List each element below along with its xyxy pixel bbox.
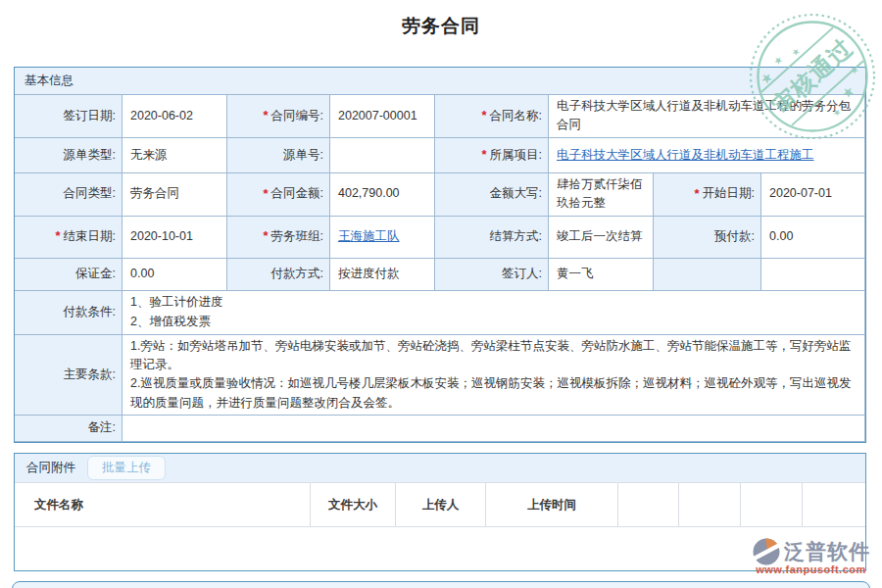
required-asterisk: * — [481, 145, 486, 165]
field-end-date-value: 2020-10-01 — [122, 217, 227, 259]
required-asterisk: * — [694, 184, 699, 204]
attachments-col-1: 文件大小 — [311, 483, 396, 526]
field-signer-value: 黄一飞 — [549, 259, 654, 291]
attachments-col-empty-6 — [741, 483, 803, 526]
field-remark-label: 备注: — [15, 416, 122, 442]
field-labor-team-label: *劳务班组: — [227, 217, 330, 259]
field-blank-label — [654, 259, 761, 291]
field-pay-method-value: 按进度付款 — [330, 259, 435, 291]
stamp-star-icon: ★ — [771, 54, 785, 68]
required-asterisk: * — [263, 184, 268, 204]
field-deposit-value: 0.00 — [122, 259, 227, 291]
page-title: 劳务合同 — [0, 14, 882, 39]
field-contract-type-value: 劳务合同 — [122, 173, 227, 217]
field-end-date-label: *结束日期: — [15, 217, 122, 259]
fanpu-logo-icon — [752, 537, 781, 566]
brand-name: 泛普软件 — [784, 538, 870, 565]
required-asterisk: * — [55, 226, 60, 246]
required-asterisk: * — [263, 226, 268, 246]
field-project-value: 电子科技大学区域人行道及非机动车道工程施工 — [549, 138, 865, 173]
attachments-col-3: 上传时间 — [486, 483, 618, 526]
brand-footer: 泛普软件 www.fanpusoft.com — [752, 537, 870, 575]
field-start-date-value: 2020-07-01 — [761, 173, 865, 217]
field-amount-in-words-label: 金额大写: — [435, 173, 549, 217]
field-sign-date-value: 2020-06-02 — [122, 95, 227, 138]
field-source-type-value: 无来源 — [122, 138, 227, 173]
field-settle-method-label: 结算方式: — [435, 217, 549, 259]
field-blank-value — [761, 259, 865, 291]
field-settle-method-value: 竣工后一次结算 — [549, 217, 654, 259]
field-signer-label: 签订人: — [435, 259, 549, 291]
attachments-col-empty-5 — [679, 483, 741, 526]
next-section-edge — [12, 581, 870, 588]
field-source-type-label: 源单类型: — [15, 138, 122, 173]
field-remark-value — [122, 416, 865, 442]
field-start-date-label: *开始日期: — [654, 173, 761, 217]
field-labor-team-link[interactable]: 王海施工队 — [338, 227, 400, 246]
field-contract-no-label: *合同编号: — [227, 95, 330, 138]
brand-url: www.fanpusoft.com — [756, 564, 866, 575]
field-project-link[interactable]: 电子科技大学区域人行道及非机动车道工程施工 — [557, 146, 814, 165]
field-source-no-label: 源单号: — [227, 138, 330, 173]
stamp-star-icon: ★ — [790, 46, 803, 59]
field-deposit-label: 保证金: — [15, 259, 122, 291]
basic-info-grid: 签订日期:2020-06-02*合同编号:202007-00001*合同名称:电… — [15, 95, 865, 442]
attachments-col-0: 文件名称 — [15, 483, 311, 526]
field-sign-date-label: 签订日期: — [15, 95, 122, 138]
field-pay-condition-label: 付款条件: — [15, 291, 122, 335]
attachments-section-bar: 合同附件 批量上传 — [15, 454, 865, 483]
field-labor-team-value: 王海施工队 — [330, 217, 435, 259]
attachments-header-row: 文件名称文件大小上传人上传时间 — [15, 483, 865, 527]
field-source-no-value — [330, 138, 435, 173]
field-contract-amount-label: *合同金额: — [227, 173, 330, 217]
required-asterisk: * — [263, 106, 268, 125]
field-contract-name-label: *合同名称: — [435, 95, 549, 138]
attachments-col-2: 上传人 — [396, 483, 486, 526]
field-amount-in-words-value: 肆拾万贰仟柒佰玖拾元整 — [549, 173, 654, 217]
field-project-label: *所属项目: — [435, 138, 549, 173]
attachments-panel: 合同附件 批量上传 文件名称文件大小上传人上传时间 — [14, 453, 866, 571]
field-contract-name-value: 电子科技大学区域人行道及非机动车道工程的劳务分包合同 — [549, 95, 865, 138]
field-pay-condition-value: 1、验工计价进度 2、增值税发票 — [122, 291, 865, 335]
field-main-terms-label: 主要条款: — [15, 335, 122, 416]
attachments-section-title: 合同附件 — [26, 460, 75, 476]
basic-info-section-title: 基本信息 — [24, 73, 74, 89]
field-contract-type-label: 合同类型: — [15, 173, 122, 217]
attachments-col-empty-7 — [803, 483, 865, 526]
labor-contract-page: 劳务合同 审核通过 ★ ★ ★ ★ ★ ★ 基本信息 签订日期:2020-06-… — [0, 0, 882, 588]
field-pay-method-label: 付款方式: — [227, 259, 330, 291]
field-contract-no-value: 202007-00001 — [330, 95, 435, 138]
basic-info-panel: 基本信息 签订日期:2020-06-02*合同编号:202007-00001*合… — [14, 67, 866, 443]
required-asterisk: * — [481, 106, 486, 125]
batch-upload-button[interactable]: 批量上传 — [87, 456, 166, 480]
basic-info-section-bar: 基本信息 — [15, 68, 865, 95]
field-advance-payment-value: 0.00 — [761, 217, 865, 259]
field-advance-payment-label: 预付款: — [654, 217, 761, 259]
field-main-terms-value: 1.旁站：如旁站塔吊加节、旁站电梯安装或加节、旁站砼浇捣、旁站梁柱节点安装、旁站… — [122, 335, 865, 416]
attachments-col-empty-4 — [618, 483, 679, 526]
field-contract-amount-value: 402,790.00 — [330, 173, 435, 217]
